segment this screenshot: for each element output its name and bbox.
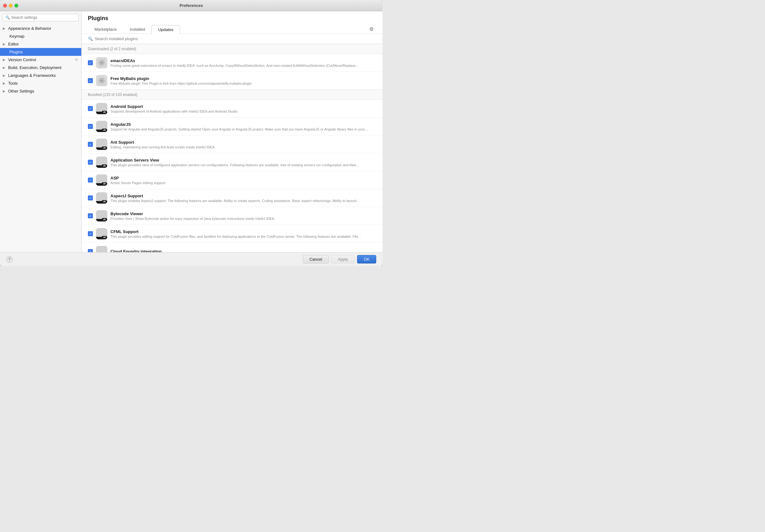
sidebar-item-appearance[interactable]: ▶ Appearance & Behavior (0, 24, 81, 32)
plugin-name: Free MyBatis plugin (110, 76, 376, 81)
plugin-name: Bytecode Viewer (110, 212, 376, 216)
ok-button[interactable]: OK (357, 255, 376, 264)
sidebar-item-languages[interactable]: ▶ Languages & Frameworks (0, 72, 81, 79)
sidebar-item-label: Plugins (9, 50, 78, 54)
plugin-info-android: Android Support Supports development of … (110, 104, 376, 113)
window-title: Preferences (180, 3, 203, 8)
arrow-icon: ▶ (2, 58, 6, 62)
sidebar-item-label: Keymap (9, 34, 78, 39)
jb-badge: JB (102, 164, 107, 167)
sidebar: 🔍 ▶ Appearance & Behavior Keymap ▶ Edito… (0, 11, 82, 252)
plugin-item-ant[interactable]: ✓ JB Ant Support Editing, maintaining an… (82, 136, 382, 153)
tab-updates[interactable]: Updates (152, 25, 180, 34)
plugin-checkbox-asp[interactable]: ✓ (88, 178, 93, 183)
sidebar-item-version-control[interactable]: ▶ Version Control ⚙ (0, 56, 81, 64)
tab-marketplace[interactable]: Marketplace (88, 25, 123, 34)
sidebar-item-label: Version Control (8, 57, 73, 62)
plugin-icon-angular: JB (96, 121, 107, 132)
plugin-desc: Editing, maintaining and running Ant bui… (110, 145, 376, 149)
plugin-name: CFML Support (110, 229, 376, 234)
sidebar-item-other[interactable]: ▶ Other Settings (0, 87, 81, 95)
sidebar-item-plugins[interactable]: Plugins (0, 48, 81, 56)
plugin-checkbox-bytecode[interactable]: ✓ (88, 213, 93, 218)
plugin-checkbox-angular[interactable]: ✓ (88, 124, 93, 129)
plugin-info-cfml: CFML Support This plugin provides editin… (110, 229, 376, 239)
plugin-info-angular: AngularJS Support for Angular and Angula… (110, 122, 376, 131)
jb-badge: JB (102, 147, 107, 149)
plugin-item-aspectj[interactable]: ✓ JB AspectJ Support This plugin enables… (82, 189, 382, 207)
sidebar-item-label: Build, Execution, Deployment (8, 65, 78, 70)
arrow-icon: ▶ (2, 82, 6, 85)
plugin-checkbox-mybatis[interactable]: ✓ (88, 78, 93, 83)
plugin-desc: Free Mybatis plugin This Plugin is fork … (110, 82, 376, 85)
content-header: Plugins Marketplace Installed Updates ⚙ (82, 11, 382, 34)
arrow-icon: ▶ (2, 66, 6, 69)
sidebar-item-build[interactable]: ▶ Build, Execution, Deployment (0, 64, 81, 72)
sidebar-item-label: Tools (8, 81, 78, 86)
arrow-icon: ▶ (2, 74, 6, 77)
plugin-desc: This plugin provides view of configured … (110, 163, 376, 167)
plugin-item-emacs[interactable]: ✓ emacsIDEAs Porting some great extensio… (82, 54, 382, 72)
sidebar-nav: ▶ Appearance & Behavior Keymap ▶ Editor … (0, 24, 81, 252)
jb-badge: JB (102, 218, 107, 221)
sidebar-search-input[interactable] (11, 15, 76, 20)
plugin-item-android[interactable]: ✓ JB Android Support Supports developmen… (82, 100, 382, 118)
plugin-name: Cloud Foundry integration (110, 249, 376, 253)
plugin-name: ASP (110, 176, 376, 180)
plugin-checkbox-emacs[interactable]: ✓ (88, 60, 93, 65)
arrow-icon: ▶ (2, 27, 6, 30)
plugin-checkbox-ant[interactable]: ✓ (88, 142, 93, 147)
plugin-checkbox-cloud-foundry[interactable]: ✓ (88, 249, 93, 252)
plugin-item-angular[interactable]: ✓ JB AngularJS Support for Angular and A… (82, 118, 382, 136)
plugin-name: Android Support (110, 104, 376, 109)
plugin-icon-asp: JB (96, 175, 107, 186)
plugin-info-asp: ASP Active Server Pages editing support. (110, 176, 376, 185)
plugin-info-ant: Ant Support Editing, maintaining and run… (110, 140, 376, 149)
plugin-item-cfml[interactable]: ✓ JB CFML Support This plugin provides e… (82, 225, 382, 243)
plugin-icon-aspectj: JB (96, 192, 107, 204)
tab-installed[interactable]: Installed (123, 25, 152, 34)
sidebar-search-box[interactable]: 🔍 (3, 14, 79, 21)
plugin-item-cloud-foundry[interactable]: ✓ JB Cloud Foundry integration (82, 243, 382, 252)
arrow-icon: ▶ (2, 42, 6, 46)
close-button[interactable] (3, 4, 7, 8)
cancel-button[interactable]: Cancel (303, 255, 329, 264)
plugin-desc: Active Server Pages editing support. (110, 181, 376, 185)
plugin-name: AngularJS (110, 122, 376, 127)
plugin-item-mybatis[interactable]: ✓ Free MyBatis plugin Free Mybatis plugi… (82, 72, 382, 90)
plugin-info-cloud-foundry: Cloud Foundry integration (110, 249, 376, 253)
search-icon: 🔍 (5, 15, 10, 20)
plugin-desc: Provides View | Show Bytecode action for… (110, 217, 376, 221)
footer-left: ? (6, 256, 13, 263)
plugin-desc: Support for Angular and AngularJS projec… (110, 127, 376, 131)
plugin-icon-ant: JB (96, 139, 107, 150)
plugin-info-mybatis: Free MyBatis plugin Free Mybatis plugin … (110, 76, 376, 85)
maximize-button[interactable] (14, 4, 18, 8)
plugin-desc: Supports development of Android applicat… (110, 110, 376, 113)
plugin-checkbox-android[interactable]: ✓ (88, 106, 93, 111)
plugin-checkbox-aspectj[interactable]: ✓ (88, 196, 93, 201)
footer-buttons: Cancel Apply OK (303, 255, 376, 264)
plugin-info-app-servers: Application Servers View This plugin pro… (110, 158, 376, 167)
svg-rect-22 (96, 246, 107, 252)
sidebar-item-label: Languages & Frameworks (8, 73, 78, 78)
sidebar-item-keymap[interactable]: Keymap (0, 32, 81, 40)
plugin-checkbox-cfml[interactable]: ✓ (88, 231, 93, 236)
plugin-item-app-servers[interactable]: ✓ JB Application Servers View This plugi… (82, 153, 382, 171)
sidebar-item-label: Other Settings (8, 89, 78, 94)
search-plugins-input[interactable] (95, 36, 376, 41)
sidebar-item-label: Editor (8, 42, 78, 46)
plugin-info-bytecode: Bytecode Viewer Provides View | Show Byt… (110, 212, 376, 221)
sidebar-item-tools[interactable]: ▶ Tools (0, 79, 81, 87)
plugin-item-bytecode[interactable]: ✓ JB Bytecode Viewer Provides View | Sho… (82, 207, 382, 225)
plugin-desc: Porting some great extensions of emacs t… (110, 64, 376, 67)
search-plugins-bar: 🔍 (82, 34, 382, 44)
help-button[interactable]: ? (6, 256, 13, 263)
gear-button[interactable]: ⚙ (368, 25, 375, 33)
apply-button[interactable]: Apply (331, 255, 355, 264)
minimize-button[interactable] (9, 4, 13, 8)
plugin-item-asp[interactable]: ✓ JB ASP Active Server Pages editing sup… (82, 171, 382, 189)
content-title: Plugins (88, 15, 376, 22)
plugin-checkbox-app-servers[interactable]: ✓ (88, 160, 93, 165)
sidebar-item-editor[interactable]: ▶ Editor (0, 40, 81, 48)
